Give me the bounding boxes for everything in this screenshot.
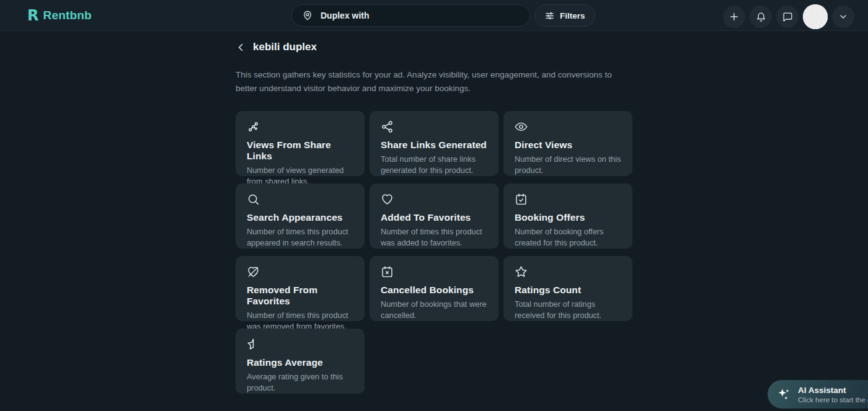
location-pin-icon — [302, 10, 313, 21]
calendar-check-icon — [515, 193, 621, 206]
stat-card-description: Number of times this product appeared in… — [247, 226, 353, 249]
calendar-x-icon — [381, 265, 487, 278]
stat-card-title: Removed From Favorites — [247, 285, 353, 307]
stat-card-direct-views[interactable]: Direct Views Number of direct views on t… — [503, 111, 632, 176]
page-description: This section gathers key statistics for … — [236, 68, 632, 96]
header-actions — [723, 4, 854, 29]
ai-assistant-text: AI Assistant Click here to start the cha… — [798, 386, 868, 404]
heart-icon — [381, 193, 487, 206]
stat-card-description: Number of booking offers created for thi… — [515, 226, 621, 249]
ai-assistant-launcher[interactable]: AI Assistant Click here to start the cha… — [768, 380, 868, 409]
stat-card-description: Number of bookings that were cancelled. — [381, 299, 487, 322]
sliders-icon — [544, 11, 555, 21]
stats-card-grid: Views From Share Links Number of views g… — [236, 111, 632, 394]
stat-card-title: Ratings Count — [515, 285, 621, 296]
stat-card-ratings-count[interactable]: Ratings Count Total number of ratings re… — [503, 256, 632, 321]
statistics-section: kebili duplex This section gathers key s… — [236, 41, 632, 394]
messages-button[interactable] — [776, 6, 799, 28]
notifications-button[interactable] — [750, 6, 772, 28]
brand-logo-text: Rentbnb — [43, 9, 91, 22]
stat-card-description: Number of times this product was added t… — [381, 226, 487, 249]
back-button[interactable] — [236, 42, 246, 53]
share-nodes-icon — [247, 120, 353, 133]
stat-card-description: Total number of share links generated fo… — [381, 154, 487, 177]
account-menu-button[interactable] — [832, 6, 854, 28]
search-input[interactable] — [321, 11, 520, 20]
share-icon — [381, 120, 487, 133]
chevron-down-icon — [838, 12, 848, 22]
stat-card-search-appearances[interactable]: Search Appearances Number of times this … — [236, 183, 365, 249]
stat-card-added-to-favorites[interactable]: Added To Favorites Number of times this … — [370, 183, 498, 249]
stat-card-description: Number of direct views on this product. — [515, 154, 621, 177]
bell-icon — [756, 12, 766, 22]
plus-icon — [728, 11, 740, 22]
stat-card-cancelled-bookings[interactable]: Cancelled Bookings Number of bookings th… — [370, 256, 498, 321]
filters-button[interactable]: Filters — [534, 4, 595, 27]
stat-card-ratings-average[interactable]: Ratings Average Average rating given to … — [236, 329, 365, 394]
search-bar[interactable] — [291, 4, 530, 27]
stat-card-views-from-share-links[interactable]: Views From Share Links Number of views g… — [236, 111, 365, 176]
stat-card-booking-offers[interactable]: Booking Offers Number of booking offers … — [503, 183, 632, 249]
stat-card-title: Ratings Average — [247, 357, 353, 368]
stat-card-title: Booking Offers — [515, 212, 621, 223]
chat-bubble-icon — [782, 12, 793, 22]
chevron-left-icon — [236, 42, 246, 53]
stat-card-title: Share Links Generated — [381, 139, 487, 151]
top-navbar: R Rentbnb Filters — [0, 0, 868, 31]
brand-logo-icon: R — [27, 7, 38, 24]
heart-off-icon — [247, 265, 353, 278]
filters-button-label: Filters — [560, 11, 585, 20]
search-icon — [247, 193, 353, 206]
stat-card-description: Total number of ratings received for thi… — [515, 299, 621, 322]
avatar-image — [803, 4, 828, 29]
sparkles-icon — [776, 386, 792, 402]
star-icon — [515, 265, 621, 278]
ai-assistant-title: AI Assistant — [798, 386, 868, 395]
brand-logo[interactable]: R Rentbnb — [27, 7, 92, 24]
stat-card-title: Search Appearances — [247, 212, 353, 223]
stat-card-title: Added To Favorites — [381, 212, 487, 223]
stat-card-share-links-generated[interactable]: Share Links Generated Total number of sh… — [370, 111, 498, 176]
stat-card-description: Average rating given to this product. — [247, 371, 353, 394]
star-half-icon — [247, 338, 353, 351]
user-avatar[interactable] — [803, 4, 828, 29]
stat-card-title: Views From Share Links — [247, 139, 353, 162]
stat-card-removed-from-favorites[interactable]: Removed From Favorites Number of times t… — [236, 256, 365, 321]
ai-assistant-subtitle: Click here to start the chat — [798, 396, 868, 404]
page-title: kebili duplex — [253, 41, 317, 53]
page-header: kebili duplex — [236, 41, 632, 53]
stat-card-title: Direct Views — [515, 139, 621, 151]
add-button[interactable] — [723, 6, 745, 28]
eye-icon — [515, 120, 621, 133]
stat-card-title: Cancelled Bookings — [381, 285, 487, 296]
